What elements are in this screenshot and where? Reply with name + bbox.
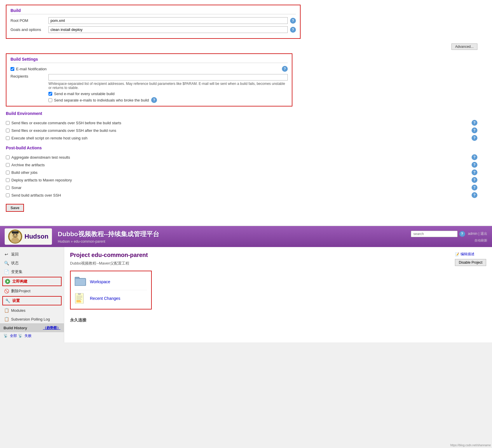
root-pom-row: Root POM ? xyxy=(11,17,296,24)
goals-input[interactable] xyxy=(48,26,288,33)
sidebar-label-svn-log: Subversion Polling Log xyxy=(11,317,50,321)
email-notification-row: E-mail Notification ? xyxy=(11,66,288,72)
folder-icon-svg xyxy=(75,276,86,286)
root-pom-help-icon[interactable]: ? xyxy=(290,18,296,24)
build-settings-title: Build Settings xyxy=(11,57,288,63)
hudson-section: Hudson Dubbo视频教程--持续集成管理平台 Hudson » edu-… xyxy=(0,226,492,342)
postbuild-checkbox-0[interactable] xyxy=(6,155,10,159)
search-help-icon[interactable]: ? xyxy=(459,231,465,237)
hudson-title: Hudson xyxy=(25,233,48,240)
email-help-icon[interactable]: ? xyxy=(282,66,288,72)
hudson-avatar-svg xyxy=(9,230,22,243)
changes-icon: 📄 xyxy=(4,269,9,275)
sidebar-label-delete: 删除Project xyxy=(11,288,30,294)
env-checkbox-2[interactable] xyxy=(6,136,10,140)
postbuild-label-4: Sonar xyxy=(11,186,22,190)
postbuild-row-2: Build other jobs ? xyxy=(6,169,486,175)
svg-point-3 xyxy=(13,234,14,235)
build-history-label: Build History xyxy=(4,326,27,330)
postbuild-checkbox-3[interactable] xyxy=(6,178,10,182)
send-separate-label: Send separate e-mails to individuals who… xyxy=(54,98,149,102)
send-separate-row: Send separate e-mails to individuals who… xyxy=(48,97,288,103)
postbuild-help-1[interactable]: ? xyxy=(472,162,477,168)
logout-link[interactable]: 退出 xyxy=(480,232,487,236)
disable-project-button[interactable]: Disable Project xyxy=(455,259,486,266)
postbuild-help-0[interactable]: ? xyxy=(472,154,477,160)
root-pom-input[interactable] xyxy=(48,17,288,24)
email-notification-checkbox[interactable] xyxy=(11,67,14,71)
env-label-2: Execute shell script on remote host usin… xyxy=(11,136,88,140)
postbuild-checkbox-5[interactable] xyxy=(6,193,10,197)
recent-changes-link[interactable]: Recent Changes xyxy=(90,296,120,301)
env-checkbox-0[interactable] xyxy=(6,121,10,125)
breadcrumb-project-link[interactable]: edu-common-parent xyxy=(74,239,105,244)
sidebar-label-settings: 设置 xyxy=(12,298,20,303)
breadcrumb-home-link[interactable]: Hudson xyxy=(58,239,70,244)
hudson-logo-face xyxy=(8,230,22,244)
rss-fail-link[interactable]: 失败 xyxy=(25,334,32,338)
svn-log-icon: 📋 xyxy=(4,316,9,322)
postbuild-help-2[interactable]: ? xyxy=(472,169,477,175)
auto-refresh: 自动刷新 xyxy=(474,238,487,243)
env-checkbox-1[interactable] xyxy=(6,129,10,132)
recipients-label: Recipients xyxy=(11,74,48,78)
sidebar-label-modules: Modules xyxy=(11,308,25,313)
postbuild-row-5: Send build artifacts over SSH ? xyxy=(6,192,486,198)
edit-desc-link[interactable]: 📝 编辑描述 xyxy=(455,252,486,257)
sidebar-item-delete[interactable]: 🚫 删除Project xyxy=(0,287,64,295)
postbuild-checkbox-4[interactable] xyxy=(6,186,10,190)
advanced-button[interactable]: Advanced... xyxy=(451,43,477,50)
main-content: 📝 编辑描述 Disable Project Project edu-commo… xyxy=(64,247,492,342)
recipients-row: Recipients xyxy=(11,74,288,80)
postbuild-help-3[interactable]: ? xyxy=(472,177,477,183)
sidebar-item-settings[interactable]: 🔧 设置 xyxy=(2,296,62,305)
send-separate-help-icon[interactable]: ? xyxy=(151,97,157,103)
build-icon xyxy=(5,279,11,284)
build-environment-section: Build Environment Send files or execute … xyxy=(6,111,486,141)
search-input[interactable] xyxy=(411,231,458,237)
postbuild-label-3: Deploy artifacts to Maven repository xyxy=(11,178,72,182)
env-help-1[interactable]: ? xyxy=(472,127,477,133)
send-unstable-checkbox[interactable] xyxy=(48,92,52,96)
edit-desc-label: 编辑描述 xyxy=(460,252,474,257)
send-separate-checkbox[interactable] xyxy=(48,98,52,102)
save-button[interactable]: Save xyxy=(6,204,24,212)
hudson-main-title: Dubbo视频教程--持续集成管理平台 xyxy=(58,230,411,239)
sidebar-item-svn-log[interactable]: 📋 Subversion Polling Log xyxy=(0,315,64,323)
edit-desc-icon: 📝 xyxy=(455,252,459,256)
search-row: ? admin | 退出 xyxy=(411,231,487,237)
notes-icon-svg xyxy=(75,293,85,304)
admin-link[interactable]: admin xyxy=(468,232,478,236)
breadcrumb-separator: » xyxy=(71,239,74,244)
postbuild-checkbox-1[interactable] xyxy=(6,163,10,167)
rss-icon: 📡 xyxy=(4,334,8,338)
admin-links: admin | 退出 xyxy=(468,231,487,236)
sidebar-item-build[interactable]: 立即构建 xyxy=(2,277,62,286)
workspace-item[interactable]: Workspace xyxy=(75,274,147,289)
goals-help-icon[interactable]: ? xyxy=(290,27,296,33)
sidebar-item-status[interactable]: 🔍 状态 xyxy=(0,259,64,267)
sidebar-item-changes[interactable]: 📄 变更集 xyxy=(0,267,64,276)
rss-all-link[interactable]: 全部 xyxy=(10,334,17,338)
env-label-0: Send files or execute commands over SSH … xyxy=(11,121,121,125)
sidebar-item-modules[interactable]: 📋 Modules xyxy=(0,306,64,315)
hudson-header: Hudson Dubbo视频教程--持续集成管理平台 Hudson » edu-… xyxy=(0,226,492,247)
postbuild-help-4[interactable]: ? xyxy=(472,185,477,190)
build-settings-box: Build Settings E-mail Notification ? Rec… xyxy=(6,53,292,106)
rss-icon2: 📡 xyxy=(18,334,22,338)
build-env-title: Build Environment xyxy=(6,111,42,117)
workspace-box: Workspace xyxy=(70,271,152,309)
sidebar-item-back[interactable]: ↩ 返回 xyxy=(0,250,64,259)
workspace-link[interactable]: Workspace xyxy=(90,279,110,284)
env-help-2[interactable]: ? xyxy=(472,135,477,141)
postbuild-checkbox-2[interactable] xyxy=(6,171,10,174)
goals-label: Goals and options xyxy=(11,27,48,32)
env-row-0: Send files or execute commands over SSH … xyxy=(6,120,486,126)
recent-changes-item[interactable]: Recent Changes xyxy=(75,291,147,306)
postbuild-help-5[interactable]: ? xyxy=(472,192,477,198)
sidebar: ↩ 返回 🔍 状态 📄 变更集 立即构建 xyxy=(0,247,64,342)
env-help-0[interactable]: ? xyxy=(472,120,477,126)
sidebar-label-back: 返回 xyxy=(11,252,19,257)
build-history-trend-link[interactable]: （趋势图） xyxy=(43,326,60,330)
recipients-input[interactable] xyxy=(48,74,288,80)
